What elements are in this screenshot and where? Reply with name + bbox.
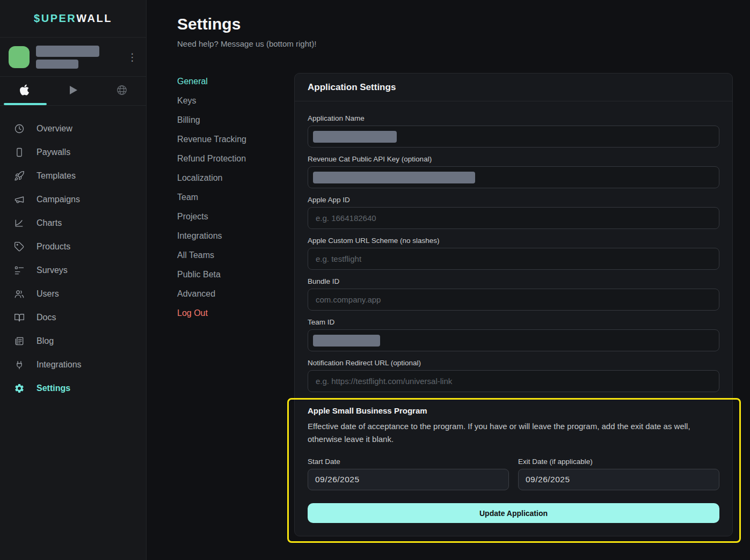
sidebar-item-surveys[interactable]: Surveys — [0, 259, 146, 282]
card-title: Application Settings — [295, 73, 732, 101]
sidebar-item-blog[interactable]: Blog — [0, 329, 146, 353]
sidebar-item-users[interactable]: Users — [0, 282, 146, 306]
checklist-icon — [14, 265, 25, 276]
field-label: Start Date — [308, 458, 509, 466]
sidebar-item-label: Paywalls — [37, 148, 70, 157]
book-icon — [14, 312, 25, 323]
settings-menu-general[interactable]: General — [177, 72, 285, 91]
redacted-account-sub — [36, 60, 78, 69]
active-tab-indicator — [4, 103, 47, 105]
settings-menu-billing[interactable]: Billing — [177, 110, 285, 130]
field-label: Notification Redirect URL (optional) — [308, 359, 719, 367]
settings-menu-localization[interactable]: Localization — [177, 168, 285, 188]
account-switcher[interactable]: ⋮ — [0, 38, 146, 77]
settings-menu-revenue-tracking[interactable]: Revenue Tracking — [177, 130, 285, 149]
field-label: Bundle ID — [308, 277, 719, 285]
settings-menu-team[interactable]: Team — [177, 188, 285, 207]
field-notification-redirect-url: Notification Redirect URL (optional) — [308, 359, 719, 392]
apple-url-scheme-input[interactable] — [308, 248, 719, 270]
small-business-title: Apple Small Business Program — [308, 406, 719, 415]
sidebar-item-label: Docs — [37, 313, 56, 322]
redacted-value — [313, 335, 380, 347]
avatar — [9, 46, 30, 68]
field-label: Apple App ID — [308, 196, 719, 204]
page-title: Settings — [177, 15, 241, 33]
sidebar-item-label: Users — [37, 289, 59, 299]
page-subtitle: Need help? Message us (bottom right)! — [177, 39, 316, 48]
settings-menu-log-out[interactable]: Log Out — [177, 304, 285, 323]
field-team-id: Team ID — [308, 318, 719, 351]
newspaper-icon — [14, 336, 25, 347]
field-revenuecat-api-key: Revenue Cat Public API Key (optional) — [308, 155, 719, 188]
gear-icon — [14, 383, 25, 394]
small-business-description: Effective date of acceptance to the prog… — [308, 420, 719, 446]
sidebar-item-settings[interactable]: Settings — [0, 377, 146, 400]
sidebar-item-templates[interactable]: Templates — [0, 164, 146, 188]
settings-menu-advanced[interactable]: Advanced — [177, 284, 285, 304]
sidebar-item-docs[interactable]: Docs — [0, 306, 146, 329]
field-label: Revenue Cat Public API Key (optional) — [308, 155, 719, 163]
sidebar-item-label: Templates — [37, 171, 76, 181]
redacted-value — [313, 172, 475, 183]
phone-icon — [14, 147, 25, 158]
apple-app-id-input[interactable] — [308, 207, 719, 229]
redacted-account-name — [36, 46, 99, 57]
tab-apple[interactable] — [0, 77, 49, 105]
field-start-date: Start Date — [308, 458, 509, 490]
main-content: Settings Need help? Message us (bottom r… — [147, 0, 750, 560]
sidebar-item-label: Overview — [37, 124, 72, 134]
sidebar: $UPERWALL ⋮ Overview — [0, 0, 147, 560]
plug-icon — [14, 359, 25, 370]
brand-logo[interactable]: $UPERWALL — [0, 0, 146, 38]
field-label: Exit Date (if applicable) — [518, 458, 719, 466]
sidebar-item-charts[interactable]: Charts — [0, 211, 146, 235]
field-apple-app-id: Apple App ID — [308, 196, 719, 229]
clock-icon — [14, 123, 25, 134]
play-icon — [67, 84, 79, 99]
brand-logo-suffix: WALL — [76, 12, 112, 25]
sidebar-item-campaigns[interactable]: Campaigns — [0, 188, 146, 211]
application-name-input[interactable] — [308, 126, 719, 148]
chart-icon — [14, 218, 25, 229]
settings-menu-keys[interactable]: Keys — [177, 91, 285, 110]
kebab-menu-icon[interactable]: ⋮ — [124, 50, 141, 64]
update-application-button[interactable]: Update Application — [308, 503, 719, 523]
brand-logo-prefix: $UPER — [34, 12, 76, 25]
settings-menu-public-beta[interactable]: Public Beta — [177, 265, 285, 284]
field-label: Application Name — [308, 114, 719, 122]
field-label: Team ID — [308, 318, 719, 326]
settings-menu-refund-protection[interactable]: Refund Protection — [177, 149, 285, 168]
sidebar-item-overview[interactable]: Overview — [0, 117, 146, 141]
sidebar-item-label: Surveys — [37, 266, 68, 275]
redacted-value — [313, 131, 397, 143]
rocket-icon — [14, 171, 25, 181]
platform-tabs — [0, 77, 146, 106]
field-bundle-id: Bundle ID — [308, 277, 719, 311]
apple-icon — [19, 84, 30, 98]
field-exit-date: Exit Date (if applicable) — [518, 458, 719, 490]
tab-play[interactable] — [49, 77, 98, 105]
team-id-input[interactable] — [308, 329, 719, 351]
settings-menu-projects[interactable]: Projects — [177, 207, 285, 226]
field-application-name: Application Name — [308, 114, 719, 148]
sidebar-item-label: Charts — [37, 218, 62, 228]
sidebar-item-paywalls[interactable]: Paywalls — [0, 141, 146, 164]
apple-small-business-section: Apple Small Business Program Effective d… — [308, 406, 719, 523]
sidebar-item-label: Blog — [37, 336, 54, 346]
sidebar-item-label: Campaigns — [37, 195, 80, 204]
tab-globe[interactable] — [97, 77, 146, 105]
revenuecat-api-key-input[interactable] — [308, 166, 719, 188]
sidebar-item-label: Integrations — [37, 360, 82, 370]
tag-icon — [14, 241, 25, 252]
globe-icon — [116, 84, 128, 98]
sidebar-item-integrations[interactable]: Integrations — [0, 353, 146, 377]
sidebar-item-products[interactable]: Products — [0, 235, 146, 259]
field-apple-url-scheme: Apple Custom URL Scheme (no slashes) — [308, 237, 719, 270]
notification-redirect-url-input[interactable] — [308, 370, 719, 392]
exit-date-input[interactable] — [518, 469, 719, 490]
bundle-id-input[interactable] — [308, 289, 719, 311]
start-date-input[interactable] — [308, 469, 509, 490]
users-icon — [14, 289, 25, 299]
settings-menu-integrations[interactable]: Integrations — [177, 226, 285, 246]
settings-menu-all-teams[interactable]: All Teams — [177, 246, 285, 265]
